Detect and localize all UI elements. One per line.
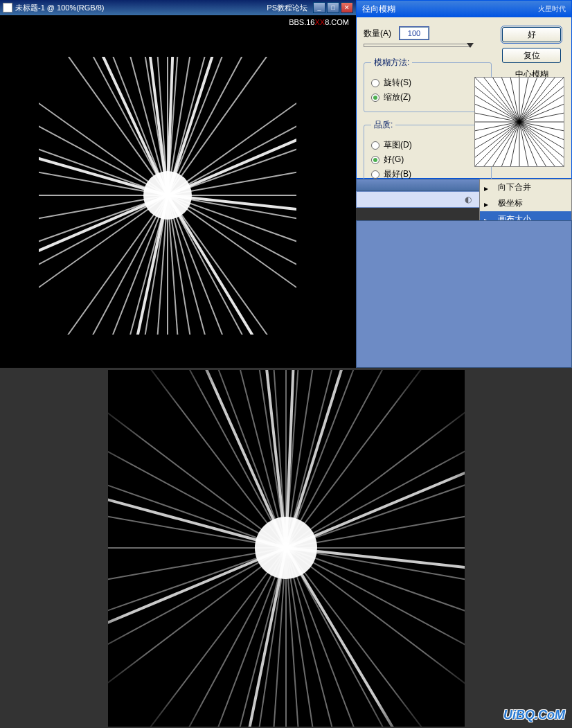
blur-method-fieldset: 模糊方法: 旋转(S) 缩放(Z) <box>364 57 492 112</box>
starburst-image <box>39 57 296 335</box>
mars-era-logo: 火星时代 <box>538 4 566 14</box>
minimize-button[interactable]: _ <box>313 2 325 13</box>
rotate-radio[interactable] <box>371 79 379 87</box>
stop-icon[interactable]: ◐ <box>465 195 476 204</box>
polar-icon: ▸ <box>484 199 494 208</box>
bbs-watermark: BBS.16XX8.COM <box>289 18 349 27</box>
quality-legend: 品质: <box>371 119 395 131</box>
zoom-radio[interactable] <box>371 94 379 102</box>
method-legend: 模糊方法: <box>371 57 412 69</box>
ps-file-icon <box>3 3 12 12</box>
merge-icon: ▸ <box>484 184 494 192</box>
blur-preview[interactable] <box>474 77 564 167</box>
photoshop-window: 未标题-1 @ 100%(RGB/8) PS教程论坛 _ □ ✕ BBS.16X… <box>0 0 356 368</box>
draft-radio[interactable] <box>371 141 379 150</box>
reset-button[interactable]: 复位 <box>502 48 561 63</box>
maximize-button[interactable]: □ <box>327 2 339 13</box>
slider-thumb-icon[interactable] <box>467 43 474 48</box>
close-button[interactable]: ✕ <box>341 2 353 13</box>
radial-blur-dialog: 径向模糊 火星时代 数量(A) 模糊方法: 旋转(S) <box>356 0 572 179</box>
polar-item[interactable]: ▸ 极坐标 <box>480 195 571 211</box>
amount-label: 数量(A) <box>364 28 391 39</box>
amount-slider[interactable] <box>364 44 471 47</box>
canvas-area[interactable] <box>39 57 296 335</box>
best-radio[interactable] <box>371 170 379 179</box>
svg-point-56 <box>143 171 192 220</box>
window-title: 未标题-1 @ 100%(RGB/8) <box>15 3 267 13</box>
merge-down-item[interactable]: ▸ 向下合并 <box>480 179 571 195</box>
dialog-title: 径向模糊 <box>362 3 538 15</box>
starburst-result-image <box>108 370 465 727</box>
svg-rect-157 <box>108 370 465 727</box>
dialog-titlebar[interactable]: 径向模糊 火星时代 <box>357 1 571 17</box>
window-titlebar[interactable]: 未标题-1 @ 100%(RGB/8) PS教程论坛 _ □ ✕ <box>0 0 356 15</box>
good-radio[interactable] <box>371 156 379 164</box>
layers-panel[interactable] <box>356 220 572 368</box>
amount-input[interactable] <box>400 27 429 39</box>
good-label: 好(G) <box>384 154 404 166</box>
uibq-watermark: UiBQ.CoM <box>503 708 565 722</box>
rotate-label: 旋转(S) <box>384 77 411 89</box>
ps-tutorial-logo: PS教程论坛 <box>267 3 307 13</box>
ok-button[interactable]: 好 <box>502 27 561 42</box>
zoom-label: 缩放(Z) <box>384 91 411 103</box>
bottom-section: UiBQ.CoM <box>0 368 572 728</box>
draft-label: 草图(D) <box>384 139 412 151</box>
